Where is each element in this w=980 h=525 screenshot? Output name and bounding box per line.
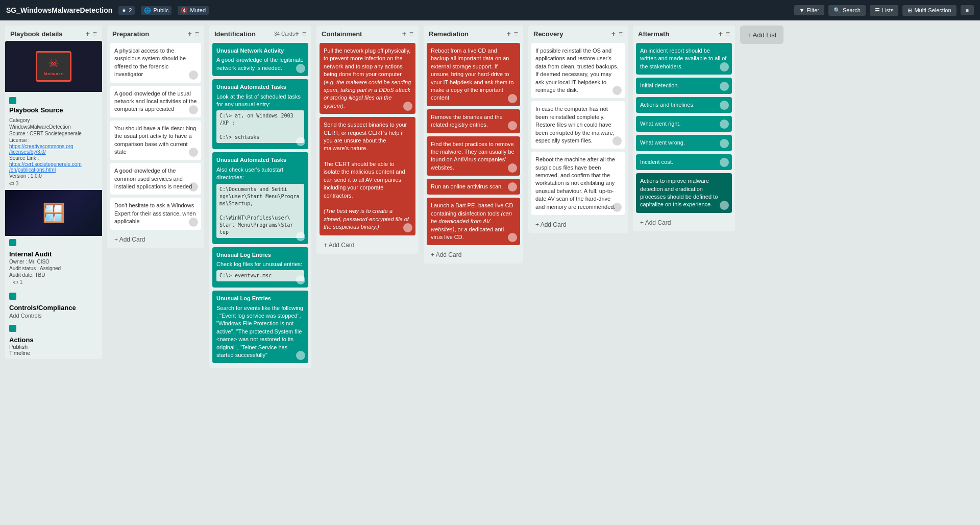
add-list-button[interactable]: + Add List [740,26,783,44]
table-row[interactable]: Unusual Network Activity A good knowledg… [212,43,308,76]
table-row[interactable]: Unusual Automated Tasks Also check user'… [212,152,308,244]
timeline-link[interactable]: Timeline [9,350,98,356]
card-toggle[interactable] [720,62,729,71]
table-row[interactable]: Unusual Automated Tasks Look at the list… [212,79,308,149]
recovery-menu-icon[interactable]: ≡ [619,30,623,38]
table-row[interactable]: Don't hesitate to ask a Windows Expert f… [110,198,201,229]
recovery-body: If possible reinstall the OS and applica… [528,41,628,233]
visibility-badge[interactable]: 🌐 Public [141,6,172,15]
card-toggle[interactable] [403,102,412,111]
card-toggle[interactable] [508,121,517,130]
containment-menu-icon[interactable]: ≡ [409,30,413,38]
table-row[interactable]: Unusual Log Entries Check log files for … [212,247,308,288]
playbook-image: ☠ Malware [5,41,102,92]
card-toggle[interactable] [508,163,517,173]
table-row[interactable]: Initial detection. [636,78,732,93]
audit-date-meta: Audit date: TBD [9,272,98,278]
card-toggle[interactable] [720,201,729,210]
containment-column: Containment + ≡ Pull the network plug of… [316,26,419,254]
card-toggle[interactable] [612,203,622,212]
add-card-button[interactable]: + Add Card [636,216,732,229]
card-toggle[interactable] [189,70,198,80]
card-toggle[interactable] [296,137,305,146]
card-toggle[interactable] [296,275,305,284]
card-toggle[interactable] [296,351,305,360]
table-row[interactable]: Find the best practices to remove the ma… [427,136,520,176]
license-link2[interactable]: /licenses/by/3.0/ [5,149,102,155]
add-card-button[interactable]: + Add Card [110,233,201,246]
teal-dot-2 [9,239,16,246]
aftermath-add-icon[interactable]: + [719,30,723,38]
table-row[interactable]: What went right. [636,116,732,132]
table-row[interactable]: Send the suspect binaries to your CERT, … [320,117,415,235]
card-toggle[interactable] [189,148,198,157]
card-toggle[interactable] [508,233,517,242]
table-row[interactable]: Pull the network plug off physically, to… [320,43,415,114]
lists-button[interactable]: ☰ Lists [870,5,899,16]
table-row[interactable]: Remove the binaries and the related regi… [427,109,520,133]
table-row[interactable]: A physical access to the suspicious syst… [110,43,201,83]
license-link1[interactable]: https://creativecommons.org [5,144,102,149]
card-text: Don't hesitate to ask a Windows Expert f… [114,202,196,224]
multi-select-button[interactable]: ⊞ Multi-Selection [902,5,956,16]
aftermath-menu-icon[interactable]: ≡ [726,30,730,38]
table-row[interactable]: Incident cost. [636,154,732,170]
add-card-button[interactable]: + Add Card [427,248,520,261]
publish-link[interactable]: Publish [9,344,98,350]
more-button[interactable]: ≡ [961,5,974,15]
card-title: Unusual Automated Tasks [216,156,304,164]
table-row[interactable]: If possible reinstall the OS and applica… [531,43,625,98]
table-row[interactable]: Reboot the machine after all the suspici… [531,152,625,215]
table-row[interactable]: An incident report should be written and… [636,43,732,75]
source-link2[interactable]: /en/publications.html [5,167,102,173]
search-button[interactable]: 🔍 Search [828,5,866,16]
add-card-button[interactable]: + Add Card [531,218,625,231]
add-card-button[interactable]: + Add Card [320,238,415,252]
source-link1[interactable]: https://cert.societegenerale.com [5,161,102,167]
table-row[interactable]: Run an online antivirus scan. [427,179,520,195]
table-row[interactable]: A good knowledge of the common used serv… [110,163,201,195]
card-toggle[interactable] [189,105,198,114]
identification-add-icon[interactable]: + [295,30,299,38]
table-row[interactable]: You should have a file describing the us… [110,121,201,160]
containment-add-icon[interactable]: + [402,30,406,38]
add-icon[interactable]: + [86,30,90,38]
card-toggle[interactable] [612,86,622,95]
card-toggle[interactable] [508,182,517,192]
table-row[interactable]: Actions and timelines. [636,97,732,113]
card-toggle[interactable] [720,101,729,110]
card-toggle[interactable] [612,136,622,146]
star-badge[interactable]: ★ 2 [118,6,135,15]
remediation-menu-icon[interactable]: ≡ [514,30,518,38]
star-icon: ★ [121,7,127,14]
recovery-add-icon[interactable]: + [611,30,616,38]
teal-dot-3 [9,293,16,300]
table-row[interactable]: Actions to improve malware detection and… [636,173,732,213]
table-row[interactable]: Unusual Log Entries Search for events li… [212,291,308,363]
table-row[interactable]: A good knowledge of the usual network an… [110,86,201,117]
card-toggle[interactable] [508,94,517,103]
preparation-add-icon[interactable]: + [188,30,192,38]
card-toggle[interactable] [296,232,305,241]
muted-badge[interactable]: 🔇 Muted [178,6,209,15]
menu-icon[interactable]: ≡ [93,30,97,38]
identification-count: 34 Cards [274,31,295,37]
card-toggle[interactable] [189,218,198,227]
add-controls[interactable]: Add Controls [9,313,98,319]
table-row[interactable]: In case the computer has not been reinst… [531,101,625,149]
license-item: License : [5,137,102,144]
table-row[interactable]: What went wrong. [636,135,732,151]
filter-button[interactable]: ▼ Filter [794,5,824,15]
table-row[interactable]: Reboot from a live CD and backup all imp… [427,43,520,106]
table-row[interactable]: Launch a Bart PE- based live CD containi… [427,198,520,245]
card-toggle[interactable] [720,82,729,91]
card-toggle[interactable] [189,182,198,192]
preparation-menu-icon[interactable]: ≡ [195,30,199,38]
card-toggle[interactable] [720,139,729,148]
identification-menu-icon[interactable]: ≡ [302,30,306,38]
remediation-add-icon[interactable]: + [507,30,511,38]
card-toggle[interactable] [720,158,729,167]
card-toggle[interactable] [720,120,729,129]
card-toggle[interactable] [403,223,412,232]
card-toggle[interactable] [296,64,305,73]
